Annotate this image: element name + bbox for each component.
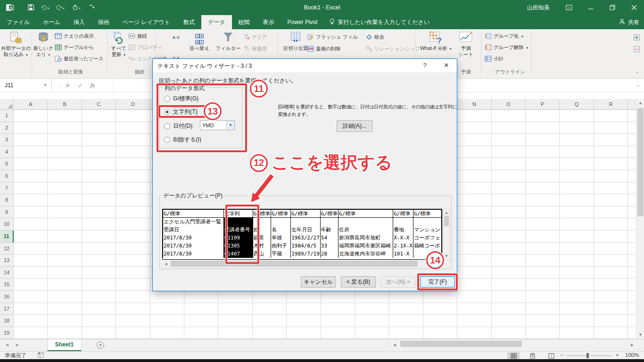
row-header[interactable]: 14 xyxy=(0,267,14,279)
preview-cell[interactable]: X-X-X xyxy=(393,234,413,242)
preview-cell[interactable]: 33 xyxy=(320,242,338,250)
column-header[interactable]: A xyxy=(14,99,48,109)
ribbon-tab[interactable]: Power Pivot xyxy=(281,15,324,29)
data-preview-table-wrap[interactable]: G/標準文字列G/標準G/標準G/標準G/標準G/標準G/標準G/標準エクセル入… xyxy=(162,209,442,260)
preview-cell[interactable]: 幸雄 xyxy=(271,234,290,242)
zoom-slider-handle[interactable] xyxy=(586,353,589,358)
sheet-tab-sheet1[interactable]: Sheet1 xyxy=(47,339,82,351)
preview-cell[interactable]: 年齢 xyxy=(320,226,338,234)
formula-bar-expand-icon[interactable]: ⌄ xyxy=(636,82,640,87)
preview-horizontal-scrollbar[interactable]: ◄ xyxy=(162,260,442,267)
preview-vertical-scrollbar[interactable]: ▲ ▼ xyxy=(443,209,450,260)
close-button[interactable] xyxy=(626,0,642,15)
preview-cell[interactable]: 萩原 xyxy=(253,234,271,242)
column-header[interactable]: P xyxy=(526,99,560,109)
combo-dropdown-icon[interactable]: ▼ xyxy=(226,121,234,130)
subtotal-button[interactable]: 小計 xyxy=(485,55,504,63)
hscroll-left-icon[interactable]: ◄ xyxy=(392,342,397,347)
group-button[interactable]: グループ化 ▼ xyxy=(485,32,524,41)
preview-cell[interactable]: 2-1X-X xyxy=(393,242,413,250)
ribbon-tab[interactable]: ホーム xyxy=(36,15,67,29)
ribbon-tab[interactable]: ページ レイアウト xyxy=(116,15,177,29)
scroll-up-icon[interactable]: ▲ xyxy=(636,100,644,105)
collapse-ribbon-icon[interactable]: ⌐ xyxy=(636,68,639,76)
insert-function-button[interactable]: fx xyxy=(91,82,95,89)
preview-cell[interactable] xyxy=(291,218,321,226)
row-header[interactable]: 4 xyxy=(0,146,14,158)
dialog-title-bar[interactable]: テキスト ファイル ウィザード - 3 / 3 ? ✕ xyxy=(153,59,457,72)
text-to-columns-button[interactable]: 区切り位置 xyxy=(282,31,309,51)
row-header[interactable]: 13 xyxy=(0,255,14,267)
preview-cell[interactable]: 西山 xyxy=(253,250,271,258)
macro-record-icon[interactable] xyxy=(38,352,44,359)
vertical-scroll-thumb[interactable] xyxy=(637,108,644,216)
row-header[interactable]: 12 xyxy=(0,243,14,255)
preview-cell[interactable]: 2017/8/30 xyxy=(163,250,224,258)
back-button[interactable]: < 戻る(B) xyxy=(341,276,376,288)
preview-cell[interactable]: 由利子 xyxy=(271,242,290,250)
from-table-button[interactable]: テーブルから xyxy=(55,43,94,52)
preview-cell[interactable]: 28 xyxy=(320,250,338,258)
ribbon-tab[interactable]: 校閲 xyxy=(232,15,256,29)
connections-button[interactable]: 接続 xyxy=(128,32,147,41)
zoom-level[interactable]: 100% xyxy=(625,352,639,358)
preview-cell[interactable]: 木村 xyxy=(253,242,271,250)
preview-cell[interactable]: 住所 xyxy=(339,226,393,234)
sort-ascending-button[interactable]: A↓Z xyxy=(173,33,180,41)
preview-cell[interactable]: 北海道稚内市宗谷岬 xyxy=(339,250,393,258)
share-button[interactable]: 共有 xyxy=(619,15,639,29)
preview-cell[interactable]: 受講者番号 xyxy=(223,226,253,234)
row-header[interactable]: 2 xyxy=(0,122,14,134)
row-header[interactable]: 16 xyxy=(0,291,14,303)
ribbon-tab[interactable]: 描画 xyxy=(91,15,116,29)
preview-cell[interactable]: 平蔵 xyxy=(271,250,290,258)
preview-cell[interactable] xyxy=(320,218,338,226)
preview-cell[interactable]: 01407 xyxy=(223,250,253,258)
preview-cell[interactable]: 福岡県福岡市東区箱崎 xyxy=(339,242,393,250)
radio-date[interactable]: 日付(D): xyxy=(164,122,194,130)
column-header[interactable]: Q xyxy=(560,99,594,109)
preview-cell[interactable]: 2017/8/30 xyxy=(163,234,224,242)
preview-cell[interactable] xyxy=(339,218,393,226)
flash-fill-button[interactable]: フラッシュ フィル xyxy=(307,33,358,41)
preview-cell[interactable]: 番地 xyxy=(393,226,413,234)
ribbon-tab[interactable]: ファイル xyxy=(0,15,36,29)
preview-cell[interactable] xyxy=(253,218,271,226)
ribbon-display-options-button[interactable] xyxy=(561,0,577,15)
refresh-all-button[interactable]: すべて 更新 ▼ xyxy=(109,31,128,58)
preview-scroll-up-icon[interactable]: ▲ xyxy=(443,209,450,215)
finish-button[interactable]: 完了(F) xyxy=(420,276,455,288)
consolidate-button[interactable]: 統合 xyxy=(366,33,384,41)
preview-cell[interactable]: マンション xyxy=(413,226,442,234)
date-format-select[interactable]: YMD ▼ xyxy=(200,120,235,130)
row-header[interactable]: 1 xyxy=(0,110,14,122)
what-if-analysis-button[interactable]: ? What-If 分析 ▼ xyxy=(419,31,454,52)
preview-cell[interactable]: 2017/8/30 xyxy=(163,242,224,250)
preview-cell[interactable]: 受講日 xyxy=(163,226,224,234)
tab-scrollbar-splitter[interactable]: ⋮ xyxy=(386,341,390,346)
radio-general[interactable]: G/標準(G) xyxy=(164,95,198,103)
preview-scroll-down-icon[interactable]: ▼ xyxy=(443,254,450,258)
zoom-in-button[interactable]: + xyxy=(616,352,619,358)
ribbon-tab[interactable]: 表示 xyxy=(256,15,281,29)
column-header[interactable]: R xyxy=(594,99,628,109)
row-header[interactable]: 9 xyxy=(0,206,14,219)
cancel-entry-icon[interactable]: ✕ xyxy=(65,82,70,89)
page-layout-view-button[interactable] xyxy=(526,352,538,359)
preview-cell[interactable]: 1984/8/5 xyxy=(291,242,321,250)
preview-vscroll-thumb[interactable] xyxy=(444,216,449,226)
show-detail-icon[interactable] xyxy=(634,33,640,41)
advanced-button[interactable]: 詳細(A)... xyxy=(337,120,372,132)
horizontal-scroll-thumb[interactable] xyxy=(400,341,522,347)
ungroup-button[interactable]: グループ解除 ▼ xyxy=(485,43,529,52)
preview-cell[interactable] xyxy=(393,218,413,226)
preview-cell[interactable]: 01109 xyxy=(223,234,253,242)
preview-cell[interactable]: 1989/7/19 xyxy=(291,250,321,258)
preview-cell[interactable] xyxy=(271,218,290,226)
scroll-down-icon[interactable]: ▼ xyxy=(636,332,644,337)
preview-cell[interactable]: 101-X xyxy=(393,250,413,258)
row-header[interactable]: 8 xyxy=(0,194,14,206)
row-header[interactable]: 19 xyxy=(0,327,14,339)
preview-column-header[interactable]: G/標準 xyxy=(271,210,290,218)
preview-cell[interactable]: コーポフェ xyxy=(413,234,442,242)
